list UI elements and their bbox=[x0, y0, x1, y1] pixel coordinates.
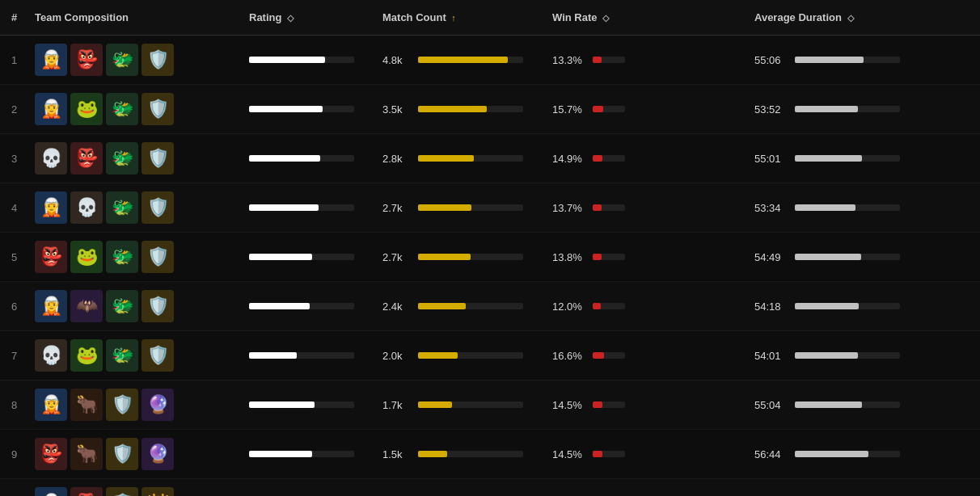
duration-container: 54:49 bbox=[754, 251, 974, 263]
match-bar-bg bbox=[418, 254, 523, 260]
winrate-bar-bg bbox=[593, 303, 625, 309]
hero-icon: 🛡️ bbox=[106, 438, 138, 470]
col-winrate[interactable]: Win Rate ◇ bbox=[546, 0, 748, 36]
rating-bar-fill bbox=[249, 57, 325, 63]
duration-container: 56:44 bbox=[754, 448, 974, 460]
rating-bar-fill bbox=[249, 352, 297, 359]
rating-bar-fill bbox=[249, 204, 319, 211]
duration-bar-bg bbox=[795, 57, 900, 63]
match-count-value: 2.7k bbox=[382, 202, 413, 214]
winrate-sort-icon: ◇ bbox=[602, 13, 609, 23]
match-bar-fill bbox=[418, 204, 471, 211]
table-row: 9👺🐂🛡️🔮 1.5k 14.5% 56:44 bbox=[0, 430, 980, 479]
winrate-bar-bg bbox=[593, 155, 625, 162]
col-rank: # bbox=[0, 0, 28, 36]
match-count-value: 4.8k bbox=[382, 54, 413, 66]
win-rate-value: 15.7% bbox=[552, 103, 588, 116]
duration-value: 54:18 bbox=[754, 301, 790, 313]
winrate-container: 14.5% bbox=[552, 448, 741, 460]
col-match[interactable]: Match Count ↑ bbox=[376, 0, 546, 36]
match-count-cell: 2.7k bbox=[376, 183, 546, 233]
hero-icon: 👺 bbox=[70, 142, 103, 174]
table-header: # Team Composition Rating ◇ Match Count … bbox=[0, 0, 980, 36]
rating-cell bbox=[243, 430, 376, 479]
duration-value: 54:01 bbox=[754, 350, 790, 362]
rank-cell: 6 bbox=[0, 282, 28, 331]
rating-cell bbox=[243, 233, 376, 282]
rating-bar-fill bbox=[249, 401, 315, 408]
match-count-cell: 1.7k bbox=[376, 380, 546, 430]
heroes-cell: 🧝🐸🐲🛡️ bbox=[28, 85, 243, 134]
hero-icon: 🛡️ bbox=[142, 93, 174, 125]
match-bar-bg bbox=[418, 204, 523, 211]
match-bar-fill bbox=[418, 254, 471, 260]
win-rate-value: 14.5% bbox=[552, 448, 588, 460]
rating-bar-bg bbox=[249, 352, 354, 359]
winrate-bar-fill bbox=[593, 451, 602, 457]
match-bar-bg bbox=[418, 57, 523, 63]
winrate-bar-fill bbox=[593, 352, 604, 359]
winrate-bar-bg bbox=[593, 57, 625, 63]
duration-bar-bg bbox=[795, 451, 900, 457]
match-bar-fill bbox=[418, 451, 447, 457]
match-sort-icon: ↑ bbox=[451, 13, 456, 23]
table-row: 5👺🐸🐲🛡️ 2.7k 13.8% 54:49 bbox=[0, 233, 980, 282]
winrate-bar-fill bbox=[593, 106, 603, 112]
duration-cell: 54:01 bbox=[748, 331, 980, 380]
hero-icon: 👺 bbox=[35, 241, 67, 273]
hero-icon: 🛡️ bbox=[142, 339, 174, 372]
match-count-value: 2.8k bbox=[382, 153, 413, 165]
match-bar-bg bbox=[418, 401, 523, 408]
match-count-cell: 2.7k bbox=[376, 233, 546, 282]
duration-bar-bg bbox=[795, 106, 900, 112]
winrate-bar-fill bbox=[593, 155, 602, 162]
rating-cell bbox=[243, 36, 376, 85]
match-count-value: 1.5k bbox=[382, 448, 413, 460]
duration-sort-icon: ◇ bbox=[847, 13, 854, 23]
match-bar-container: 2.8k bbox=[382, 153, 539, 165]
match-bar-bg bbox=[418, 106, 523, 112]
hero-icon: 🧝 bbox=[35, 44, 67, 76]
duration-bar-bg bbox=[795, 401, 900, 408]
duration-container: 55:06 bbox=[754, 54, 974, 66]
table-row: 3💀👺🐲🛡️ 2.8k 14.9% 55:01 bbox=[0, 134, 980, 183]
rating-bar-bg bbox=[249, 57, 354, 63]
table-row: 1🧝👺🐲🛡️ 4.8k 13.3% 55:06 bbox=[0, 36, 980, 85]
duration-value: 54:49 bbox=[754, 251, 790, 263]
duration-container: 54:18 bbox=[754, 301, 974, 313]
winrate-container: 13.8% bbox=[552, 251, 741, 263]
match-count-value: 2.7k bbox=[382, 251, 413, 263]
heroes-cell: 💀👺🐲🛡️ bbox=[28, 134, 243, 183]
rank-cell: 2 bbox=[0, 85, 28, 134]
heroes-cell: 🧝🦇🐲🛡️ bbox=[28, 282, 243, 331]
duration-container: 55:04 bbox=[754, 399, 974, 411]
duration-cell: 55:01 bbox=[748, 134, 980, 183]
hero-icon: 👺 bbox=[35, 438, 67, 470]
rating-bar-fill bbox=[249, 254, 312, 260]
hero-icon: 🐲 bbox=[106, 93, 138, 125]
match-bar-container: 2.7k bbox=[382, 202, 539, 214]
heroes-cell: 💀🐸🐲🛡️ bbox=[28, 331, 243, 380]
match-bar-container: 3.5k bbox=[382, 103, 539, 116]
duration-cell: 56:44 bbox=[748, 430, 980, 479]
hero-icon: 🧝 bbox=[35, 290, 67, 322]
win-rate-cell: 12.0% bbox=[546, 282, 748, 331]
winrate-bar-bg bbox=[593, 401, 625, 408]
win-rate-value: 16.6% bbox=[552, 350, 588, 362]
winrate-bar-fill bbox=[593, 303, 601, 309]
rank-cell: 1 bbox=[0, 36, 28, 85]
match-count-cell: 2.0k bbox=[376, 331, 546, 380]
duration-bar-bg bbox=[795, 254, 900, 260]
winrate-bar-bg bbox=[593, 352, 625, 359]
heroes-cell: 🧝🐂🛡️🔮 bbox=[28, 380, 243, 430]
col-duration[interactable]: Average Duration ◇ bbox=[748, 0, 980, 36]
rating-bar-container bbox=[249, 106, 370, 112]
col-rating[interactable]: Rating ◇ bbox=[243, 0, 376, 36]
match-bar-bg bbox=[418, 352, 523, 359]
duration-bar-fill bbox=[795, 451, 868, 457]
rating-sort-icon: ◇ bbox=[287, 13, 294, 23]
rank-cell: 9 bbox=[0, 430, 28, 479]
win-rate-cell: 14.9% bbox=[546, 134, 748, 183]
heroes-cell: 🧝👺🐲🛡️ bbox=[28, 36, 243, 85]
col-team: Team Composition bbox=[28, 0, 243, 36]
